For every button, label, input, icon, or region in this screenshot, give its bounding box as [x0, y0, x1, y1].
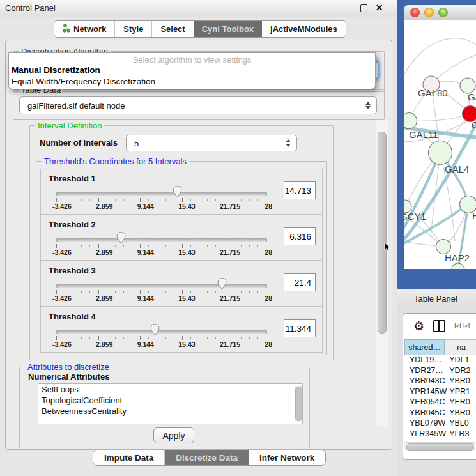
top-tab-bar: Network Style Select Cyni Toolbox jActiv… — [54, 20, 346, 38]
threshold-label: Threshold 1 — [49, 174, 96, 183]
slider-ticks — [56, 336, 266, 340]
tab-infer-network[interactable]: Infer Network — [249, 450, 325, 465]
tab-discretize-data[interactable]: Discretize Data — [165, 450, 249, 465]
interval-definition-legend: Interval Definition — [35, 121, 104, 130]
threshold-label: Threshold 3 — [49, 266, 96, 275]
table-row[interactable]: YDR27…YDR2 — [404, 366, 476, 377]
tab-style-label: Style — [123, 24, 143, 34]
slider-axis-labels: -3.4262.8599.14415.4321.71528 — [52, 295, 272, 302]
scrollbar-thumb[interactable] — [378, 132, 387, 334]
table-row[interactable]: YDL19…YDL1 — [404, 355, 476, 366]
float-window-icon — [360, 4, 367, 12]
table-row[interactable]: YLR345WYLR3 — [404, 429, 476, 440]
slider-track[interactable] — [56, 192, 267, 196]
tab-impute-data[interactable]: Impute Data — [93, 450, 165, 465]
network-view-window: GAL80 GA C GAL11 GAL4 GCY1 H HAP2 — [397, 0, 476, 289]
spinner-arrows-icon — [282, 139, 294, 147]
tab-select[interactable]: Select — [152, 21, 193, 37]
column-header-shared-name[interactable]: shared… — [404, 339, 445, 355]
tab-cyni-toolbox-label: Cyni Toolbox — [202, 24, 254, 34]
slider-track[interactable] — [56, 238, 267, 242]
apply-button[interactable]: Apply — [153, 427, 194, 443]
close-button[interactable]: ✕ — [374, 3, 384, 13]
table-row[interactable]: YBR045CYBR0 — [404, 408, 476, 419]
gear-icon[interactable]: ⚙ — [413, 320, 424, 332]
node-table: shared… na YDL19…YDL1 YDR27…YDR2 YBR043C… — [404, 339, 476, 440]
scrollbar-thumb[interactable] — [295, 387, 302, 421]
number-of-intervals-value: 5 — [127, 139, 282, 148]
table-horizontal-scrollbar[interactable] — [404, 442, 475, 451]
column-header-name[interactable]: na — [445, 339, 476, 355]
table-row[interactable]: YIL052CYIL0 — [404, 440, 476, 440]
slider-track[interactable] — [56, 330, 267, 334]
table-data-combobox[interactable]: galFiltered.sif default node — [19, 96, 377, 114]
label-gal4: GAL4 — [445, 164, 469, 174]
slider-thumb[interactable] — [217, 278, 227, 290]
scrollbar-thumb[interactable] — [406, 443, 474, 451]
panel-title: Control Panel — [5, 3, 56, 13]
threshold-slider[interactable]: -3.4262.8599.14415.4321.71528 — [56, 186, 266, 205]
tab-discretize-data-label: Discretize Data — [176, 453, 238, 463]
table-header-row: shared… na — [404, 339, 476, 355]
table-panel-title: Table Panel — [414, 294, 457, 303]
node-gal4[interactable] — [429, 141, 452, 165]
node-gal11[interactable] — [404, 113, 417, 129]
select-all-checkbox-icon[interactable]: ☑ — [454, 321, 461, 330]
table-body: YDL19…YDL1 YDR27…YDR2 YBR043CYBR0 YPR145… — [404, 355, 476, 440]
threshold-row: Threshold 3 -3.4262.8599.14415.4321.7152… — [40, 261, 323, 307]
tab-network[interactable]: Network — [54, 21, 115, 37]
threshold-slider[interactable]: -3.4262.8599.14415.4321.71528 — [56, 278, 266, 297]
tab-cyni-toolbox[interactable]: Cyni Toolbox — [194, 21, 262, 37]
attributes-legend: Attributes to discretize — [25, 362, 112, 372]
list-item[interactable]: SelfLoops — [38, 384, 302, 395]
table-row[interactable]: YER054CYER0 — [404, 397, 476, 408]
label-gal80: GAL80 — [418, 88, 448, 98]
number-of-intervals-label: Number of Intervals — [40, 138, 118, 148]
threshold-label: Threshold 4 — [49, 312, 96, 321]
threshold-value-field[interactable]: 6.316 — [284, 227, 316, 245]
list-vertical-scrollbar[interactable] — [295, 385, 302, 422]
label-ga-partial: GA — [468, 91, 476, 102]
threshold-slider[interactable]: -3.4262.8599.14415.4321.71528 — [56, 324, 266, 343]
table-row[interactable]: YBL079WYBL0 — [404, 418, 476, 429]
node-bottom[interactable] — [452, 263, 464, 269]
tab-jactivemnodules-label: jActiveMNodules — [270, 24, 337, 34]
slider-track[interactable] — [56, 284, 267, 288]
slider-thumb[interactable] — [150, 324, 160, 336]
slider-ticks — [56, 198, 266, 202]
table-panel-titlebar: Table Panel — [397, 289, 476, 309]
combobox-arrows-icon — [362, 102, 374, 109]
popup-option-equal-width-frequency[interactable]: Equal Width/Frequency Discretization — [10, 76, 369, 87]
tab-infer-network-label: Infer Network — [259, 453, 314, 463]
label-hap2: HAP2 — [445, 252, 470, 263]
slider-ticks — [56, 244, 266, 248]
zoom-traffic-light-icon[interactable] — [438, 8, 448, 17]
threshold-value-field[interactable]: 11.344 — [284, 319, 316, 337]
slider-thumb[interactable] — [116, 232, 126, 244]
table-row[interactable]: YBR043CYBR0 — [404, 376, 476, 387]
threshold-slider[interactable]: -3.4262.8599.14415.4321.71528 — [56, 232, 266, 251]
threshold-value-field[interactable]: 14.713 — [284, 181, 316, 199]
control-panel: Control Panel ✕ Network Style — [0, 0, 397, 476]
float-window-button[interactable] — [359, 3, 369, 13]
table-row[interactable]: YPR145WYPR1 — [404, 387, 476, 398]
tab-select-label: Select — [160, 24, 185, 34]
network-window-titlebar[interactable] — [404, 5, 476, 20]
tab-jactivemnodules[interactable]: jActiveMNodules — [262, 21, 346, 37]
network-canvas[interactable]: GAL80 GA C GAL11 GAL4 GCY1 H HAP2 — [404, 20, 476, 269]
threshold-row: Threshold 2 -3.4262.8599.14415.4321.7152… — [40, 215, 323, 261]
numerical-attributes-list[interactable]: SelfLoops TopologicalCoefficient Between… — [38, 383, 303, 424]
close-traffic-light-icon[interactable] — [410, 8, 420, 17]
slider-thumb[interactable] — [173, 186, 182, 198]
number-of-intervals-spinner[interactable]: 5 — [126, 135, 297, 151]
select-column-checkbox-icon[interactable]: ☑ — [463, 321, 470, 330]
list-item[interactable]: TopologicalCoefficient — [38, 395, 302, 406]
network-icon — [63, 24, 70, 35]
split-columns-icon[interactable] — [433, 320, 445, 332]
tab-style[interactable]: Style — [115, 21, 152, 37]
settings-vertical-scrollbar[interactable] — [376, 120, 388, 426]
popup-option-manual-discretization[interactable]: Manual Discretization — [10, 65, 369, 75]
list-item[interactable]: BetweennessCentrality — [38, 406, 302, 417]
minimize-traffic-light-icon[interactable] — [424, 8, 434, 17]
threshold-value-field[interactable]: 21.4 — [284, 273, 316, 291]
